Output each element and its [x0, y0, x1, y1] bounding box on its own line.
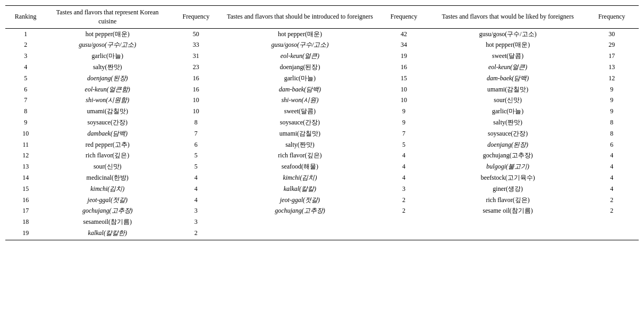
cell-col3: gusu/goso(구수/고소)	[431, 28, 585, 39]
cell-col1: dambaek(담백)	[46, 128, 169, 139]
cell-freq3: 8	[585, 128, 639, 139]
cell-col2: soysauce(간장)	[223, 117, 377, 128]
cell-col2: salty(짠맛)	[223, 139, 377, 150]
cell-freq3: 2	[585, 195, 639, 206]
cell-col2: eol-keun(얼큰)	[223, 51, 377, 62]
cell-freq3: 9	[585, 95, 639, 106]
cell-freq1: 16	[169, 84, 223, 95]
cell-col2: gochujang(고추장)	[223, 205, 377, 216]
cell-freq1: 4	[169, 172, 223, 183]
cell-col1: umami(감칠맛)	[46, 106, 169, 117]
cell-col1: jeot-ggal(젓갈)	[46, 195, 169, 206]
cell-rank: 11	[5, 139, 46, 150]
cell-col3: beefstock(고기육수)	[431, 172, 585, 183]
cell-rank: 13	[5, 161, 46, 172]
table-row: 13sour(신맛)5seafood(해물)4bulgogi(불고기)4	[5, 161, 639, 172]
cell-freq1: 23	[169, 62, 223, 73]
cell-freq3: 4	[585, 150, 639, 161]
cell-freq2	[377, 228, 430, 240]
header-col1: Tastes and flavors that represent Korean…	[46, 6, 169, 29]
cell-freq3: 13	[585, 62, 639, 73]
header-col2: Tastes and flavors that should be introd…	[223, 6, 377, 29]
cell-col2: rich flavor(깊은)	[223, 150, 377, 161]
cell-col3: sour(신맛)	[431, 95, 585, 106]
cell-rank: 14	[5, 172, 46, 183]
cell-col3: bulgogi(불고기)	[431, 161, 585, 172]
cell-col1: medicinal(한방)	[46, 172, 169, 183]
cell-freq3: 6	[585, 139, 639, 150]
cell-freq2: 4	[377, 161, 430, 172]
cell-col2: hot pepper(매운)	[223, 28, 377, 39]
cell-freq1: 50	[169, 28, 223, 39]
header-col3: Tastes and flavors that would be liked b…	[431, 6, 585, 29]
table-row: 9soysauce(간장)8soysauce(간장)9salty(짠맛)8	[5, 117, 639, 128]
cell-col1: doenjang(된장)	[46, 73, 169, 84]
cell-rank: 15	[5, 183, 46, 195]
table-row: 7shi-won(시원함)10shi-won(시원)10sour(신맛)9	[5, 95, 639, 106]
cell-col2	[223, 216, 377, 228]
table-row: 16jeot-ggal(젓갈)4jeot-ggal(젓갈)2rich flavo…	[5, 195, 639, 206]
cell-col1: kalkal(칼칼한)	[46, 228, 169, 240]
table-row: 19kalkal(칼칼한)2	[5, 228, 639, 240]
cell-freq2	[377, 216, 430, 228]
cell-freq1: 31	[169, 51, 223, 62]
table-row: 14medicinal(한방)4kimchi(김치)4beefstock(고기육…	[5, 172, 639, 183]
table-row: 15kimchi(김치)4kalkal(칼칼)3giner(생강)4	[5, 183, 639, 195]
cell-col1: kimchi(김치)	[46, 183, 169, 195]
cell-freq3	[585, 228, 639, 240]
cell-rank: 4	[5, 62, 46, 73]
cell-freq1: 3	[169, 205, 223, 216]
cell-freq2: 16	[377, 62, 430, 73]
cell-col2: dam-baek(담백)	[223, 84, 377, 95]
cell-col2: umami(감칠맛)	[223, 128, 377, 139]
cell-freq1: 5	[169, 150, 223, 161]
cell-col3: sweet(달콤)	[431, 51, 585, 62]
cell-rank: 10	[5, 128, 46, 139]
cell-freq2: 15	[377, 73, 430, 84]
cell-col3: dam-baek(담백)	[431, 73, 585, 84]
cell-freq1: 33	[169, 39, 223, 51]
cell-freq1: 8	[169, 117, 223, 128]
cell-col3	[431, 216, 585, 228]
cell-col2: garlic(마늘)	[223, 73, 377, 84]
table-row: 17gochujang(고추장)3gochujang(고추장)2sesame o…	[5, 205, 639, 216]
cell-col3: gochujang(고추장)	[431, 150, 585, 161]
cell-col2: jeot-ggal(젓갈)	[223, 195, 377, 206]
cell-col3	[431, 228, 585, 240]
cell-col1: hot pepper(매운)	[46, 28, 169, 39]
cell-freq2: 9	[377, 117, 430, 128]
cell-rank: 5	[5, 73, 46, 84]
header-freq3: Frequency	[585, 6, 639, 29]
cell-col1: gochujang(고추장)	[46, 205, 169, 216]
cell-rank: 3	[5, 51, 46, 62]
table-row: 12rich flavor(깊은)5rich flavor(깊은)4gochuj…	[5, 150, 639, 161]
table-row: 11red pepper(고추)6salty(짠맛)5doenjang(된장)6	[5, 139, 639, 150]
cell-col2: gusu/goso(구수/고소)	[223, 39, 377, 51]
cell-freq3: 29	[585, 39, 639, 51]
cell-col1: soysauce(간장)	[46, 117, 169, 128]
table-row: 5doenjang(된장)16garlic(마늘)15dam-baek(담백)1…	[5, 73, 639, 84]
cell-freq3: 12	[585, 73, 639, 84]
cell-rank: 1	[5, 28, 46, 39]
cell-freq2: 7	[377, 128, 430, 139]
cell-freq1: 7	[169, 128, 223, 139]
cell-freq3: 30	[585, 28, 639, 39]
cell-freq3: 9	[585, 84, 639, 95]
cell-rank: 8	[5, 106, 46, 117]
cell-freq1: 16	[169, 73, 223, 84]
cell-freq1: 4	[169, 195, 223, 206]
cell-col1: sesameoil(참기름)	[46, 216, 169, 228]
cell-freq3: 4	[585, 161, 639, 172]
table-row: 8umami(감칠맛)10sweet(달콤)9garlic(마늘)9	[5, 106, 639, 117]
cell-col3: rich flavor(깊은)	[431, 195, 585, 206]
cell-freq1: 10	[169, 106, 223, 117]
header-freq1: Frequency	[169, 6, 223, 29]
cell-freq1: 4	[169, 183, 223, 195]
header-freq2: Frequency	[377, 6, 430, 29]
cell-col3: hot pepper(매운)	[431, 39, 585, 51]
cell-freq2: 42	[377, 28, 430, 39]
cell-freq3: 17	[585, 51, 639, 62]
cell-col3: salty(짠맛)	[431, 117, 585, 128]
cell-col1: red pepper(고추)	[46, 139, 169, 150]
table-row: 1hot pepper(매운)50hot pepper(매운)42gusu/go…	[5, 28, 639, 39]
